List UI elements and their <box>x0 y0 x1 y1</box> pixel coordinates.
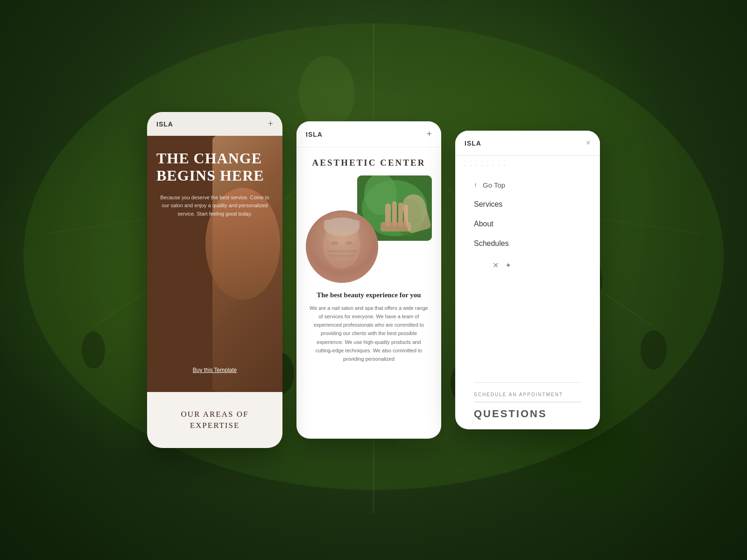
dec-dot-7 <box>498 161 500 162</box>
left-card-hero: THE CHANGE BEGINS HERE Because you deser… <box>147 136 282 392</box>
hero-title: THE CHANGE BEGINS HERE <box>156 150 273 184</box>
svg-point-28 <box>323 222 360 269</box>
left-card-brand: ISLA <box>156 120 173 128</box>
dec-dot-14 <box>493 165 494 166</box>
about-label: About <box>474 220 493 228</box>
dec-dot-11 <box>476 165 477 166</box>
right-card-close-button[interactable]: × <box>586 138 591 148</box>
dec-dot-3 <box>476 161 477 162</box>
svg-rect-34 <box>327 250 357 252</box>
right-card: ISLA × ↑ Go Top <box>455 131 600 429</box>
nav-item-about[interactable]: About <box>474 214 581 234</box>
face-treatment-image <box>306 210 378 283</box>
buy-template-link[interactable]: Buy this Template <box>193 367 237 373</box>
go-top-label: Go Top <box>483 181 505 189</box>
dec-dot-5 <box>487 161 488 162</box>
social-icons-row: ✕ ✦ <box>474 253 581 277</box>
dec-dot-15 <box>498 165 500 166</box>
dec-dot-4 <box>481 161 483 162</box>
schedule-appointment-label[interactable]: SCHEDULE AN APPOINTMENT <box>474 392 581 402</box>
nav-item-go-top[interactable]: ↑ Go Top <box>474 175 581 195</box>
dec-dot-2 <box>470 161 472 162</box>
right-card-brand: ISLA <box>465 140 481 147</box>
dec-dot-13 <box>487 165 488 166</box>
beauty-experience-title: The best beauty experience for you <box>296 283 441 304</box>
dec-dot-12 <box>481 165 483 166</box>
svg-point-30 <box>324 217 359 236</box>
dots-decoration-top <box>455 156 600 166</box>
middle-card-header: ISLA + <box>296 121 441 147</box>
svg-rect-26 <box>381 222 411 231</box>
nav-item-services[interactable]: Services <box>474 195 581 214</box>
svg-rect-31 <box>324 220 359 229</box>
dec-dot-16 <box>504 165 505 166</box>
areas-of-expertise-title: OUR AREAS OF EXPERTISE <box>156 409 273 431</box>
nav-item-schedules[interactable]: Schedules <box>474 234 581 253</box>
middle-card-images <box>306 175 432 283</box>
middle-card-plus-button[interactable]: + <box>427 129 432 140</box>
left-card-header: ISLA + <box>147 112 282 136</box>
svg-point-32 <box>331 241 338 245</box>
svg-rect-35 <box>329 255 355 257</box>
cards-container: ISLA + THE CHANGE BEGINS HERE Because yo… <box>0 0 747 560</box>
svg-point-33 <box>345 241 352 245</box>
questions-label: QUESTIONS <box>474 408 581 420</box>
dec-dot-9 <box>465 165 466 166</box>
middle-card: ISLA + AESTHETIC CENTER <box>296 121 441 439</box>
services-label: Services <box>474 200 502 209</box>
cta-section: SCHEDULE AN APPOINTMENT QUESTIONS <box>455 383 600 429</box>
right-card-header: ISLA × <box>455 131 600 156</box>
left-card: ISLA + THE CHANGE BEGINS HERE Because yo… <box>147 112 282 448</box>
left-card-plus-button[interactable]: + <box>268 119 273 129</box>
dec-dot-6 <box>493 161 494 162</box>
svg-point-27 <box>306 210 378 283</box>
hero-subtitle: Because you deserve the best service. Co… <box>156 194 273 218</box>
dec-dot-8 <box>504 161 505 162</box>
aesthetic-center-title: AESTHETIC CENTER <box>296 147 441 175</box>
dec-dot-10 <box>470 165 472 166</box>
left-card-bottom: OUR AREAS OF EXPERTISE <box>147 392 282 448</box>
beauty-description-text: We are a nail salon and spa that offers … <box>296 304 441 363</box>
right-card-nav: ↑ Go Top Services About Schedules ✕ ✦ <box>455 166 600 382</box>
dec-dot-1 <box>465 161 466 162</box>
middle-card-brand: ISLA <box>306 131 323 138</box>
schedules-label: Schedules <box>474 239 509 248</box>
twitter-x-icon[interactable]: ✕ <box>493 261 499 270</box>
svg-point-29 <box>325 222 358 245</box>
go-top-arrow-icon: ↑ <box>474 182 477 189</box>
pinterest-icon[interactable]: ✦ <box>505 261 511 270</box>
